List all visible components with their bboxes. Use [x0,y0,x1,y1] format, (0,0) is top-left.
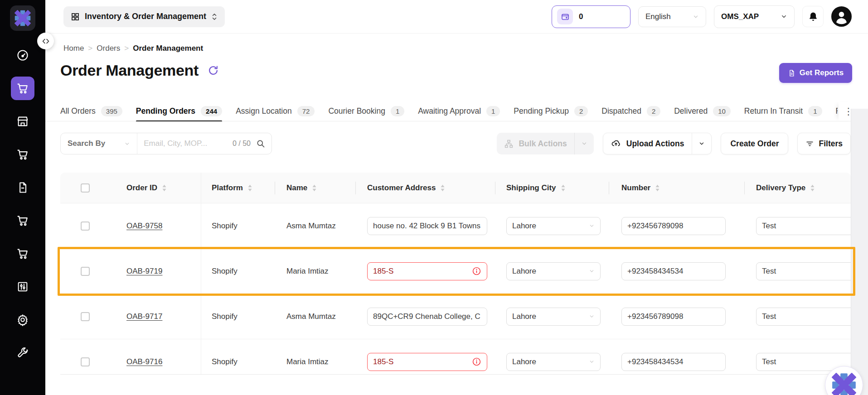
search-input[interactable] [137,139,231,148]
customer-address-input[interactable]: 185-S [367,353,487,371]
tab-count-badge: 72 [297,106,315,116]
sidebar-item-sales[interactable] [11,209,34,232]
shipping-city-select[interactable]: Lahore [506,262,601,280]
sidebar-collapse-toggle[interactable] [37,33,54,49]
wallet-button[interactable]: 0 [552,5,630,28]
app-logo[interactable] [10,5,35,31]
app-switcher[interactable]: Inventory & Order Management [63,6,225,27]
workspace-select[interactable]: OMS_XAP [714,5,795,28]
shipping-city-select[interactable]: Lahore [506,353,601,371]
tab-pending-orders[interactable]: Pending Orders 244 [136,101,222,121]
customer-address-input[interactable]: 185-S [367,262,487,280]
order-id-link[interactable]: OAB-9716 [126,357,162,366]
sidebar-item-documents[interactable] [11,176,34,199]
shipping-city-select[interactable]: Lahore [506,308,601,326]
orders-table: Order ID Platform Name Customer Address … [60,173,851,375]
report-file-icon [788,69,795,77]
tab-courier-booking[interactable]: Courier Booking 1 [328,101,404,121]
breadcrumb-separator: > [88,44,92,53]
select-all-checkbox[interactable] [81,183,90,193]
language-value: English [645,12,671,21]
user-avatar[interactable] [831,6,852,27]
tab-assign-location[interactable]: Assign Location 72 [236,101,315,121]
column-header-order-id[interactable]: Order ID [110,173,201,203]
tab-dispatched[interactable]: Dispatched 2 [601,101,660,121]
row-checkbox[interactable] [81,357,90,366]
table-row: OAB-9717 Shopify Asma Mumtaz 89QC+CR9 Ch… [60,294,851,339]
refresh-button[interactable] [208,65,219,76]
search-button[interactable] [256,139,265,148]
sidebar-item-settings[interactable] [11,308,34,332]
fixed-column-divider [201,173,201,374]
tab-returned-c[interactable]: Returned C [836,101,838,121]
create-order-button[interactable]: Create Order [721,133,788,154]
delivery-type-input[interactable]: Test [756,262,851,280]
updown-chevron-icon [211,13,218,21]
tab-count-badge: 395 [101,106,122,116]
order-id-link[interactable]: OAB-9717 [126,312,162,321]
person-icon [832,7,851,26]
tab-awaiting-approval[interactable]: Awaiting Approval 1 [418,101,500,121]
filters-button[interactable]: Filters [797,133,851,154]
tabs-bar: All Orders 395 Pending Orders 244 Assign… [45,101,868,121]
platform-cell: Shopify [212,357,238,366]
order-id-link[interactable]: OAB-9758 [126,222,162,230]
order-id-link[interactable]: OAB-9719 [126,267,162,275]
sidebar-item-procurement[interactable] [11,143,34,166]
number-input[interactable]: +923456789098 [621,217,726,235]
appstore-grid-icon [71,12,80,21]
language-select[interactable]: English [638,6,706,27]
bulk-actions-button[interactable]: Bulk Actions [497,133,593,154]
sidebar-item-adjustments[interactable] [11,275,34,299]
column-header-platform[interactable]: Platform [201,173,275,203]
delivery-type-input[interactable]: Test [756,308,851,326]
tabs-viewport: All Orders 395 Pending Orders 244 Assign… [60,101,838,121]
column-header-delivery-type[interactable]: Delivery Type [744,173,851,203]
customer-address-input[interactable]: 89QC+CR9 Chenab College, C [367,308,487,326]
get-reports-button[interactable]: Get Reports [779,63,852,83]
row-checkbox[interactable] [81,222,90,231]
column-header-number[interactable]: Number [609,173,744,203]
tabs: All Orders 395 Pending Orders 244 Assign… [60,101,838,121]
table-row: OAB-9758 Shopify Asma Mumtaz house no. 4… [60,203,851,249]
sidebar-item-dashboard[interactable] [11,43,34,67]
tab-pending-pickup[interactable]: Pending Pickup 2 [514,101,588,121]
breadcrumb-home[interactable]: Home [63,44,84,53]
search-counter: 0 / 50 [233,140,251,148]
sitemap-icon [504,139,514,149]
flower-logo-icon [15,10,31,26]
header-actions: 0 English OMS_XAP [552,5,852,28]
column-header-shipping-city[interactable]: Shipping City [495,173,609,203]
tab-all-orders[interactable]: All Orders 395 [60,101,122,121]
sidebar-item-orders[interactable] [11,77,34,100]
column-header-customer-address[interactable]: Customer Address [355,173,495,203]
number-input[interactable]: +923458434534 [621,353,726,371]
sort-icon [810,184,815,192]
column-header-name[interactable]: Name [275,173,355,203]
platform-cell: Shopify [212,222,238,230]
number-input[interactable]: +923458434534 [621,262,726,280]
sidebar-item-purchases[interactable] [11,242,34,265]
document-icon [16,181,29,194]
store-icon [16,115,29,128]
upload-actions-button[interactable]: Upload Actions [603,133,712,154]
customer-address-input[interactable]: house no. 42 Block 9 B1 Towns [367,217,487,235]
row-checkbox[interactable] [81,267,90,276]
platform-cell: Shopify [212,267,238,275]
search-by-select[interactable]: Search By [61,139,137,148]
sidebar-nav [11,43,34,365]
toolbar-actions: Bulk Actions Upload Actions Create Order [497,133,851,154]
create-order-label: Create Order [730,139,779,149]
flower-logo-icon [832,373,856,395]
breadcrumb-orders[interactable]: Orders [97,44,120,53]
shipping-city-select[interactable]: Lahore [506,217,601,235]
tab-delivered[interactable]: Delivered 10 [674,101,731,121]
cart-icon [16,82,29,95]
delivery-type-input[interactable]: Test [756,217,851,235]
sidebar-item-store[interactable] [11,110,34,133]
tab-return-in-transit[interactable]: Return In Transit 1 [744,101,822,121]
row-checkbox[interactable] [81,312,90,321]
number-input[interactable]: +923456789098 [621,308,726,326]
sidebar-item-tools[interactable] [11,341,34,365]
notifications-button[interactable] [802,6,824,27]
